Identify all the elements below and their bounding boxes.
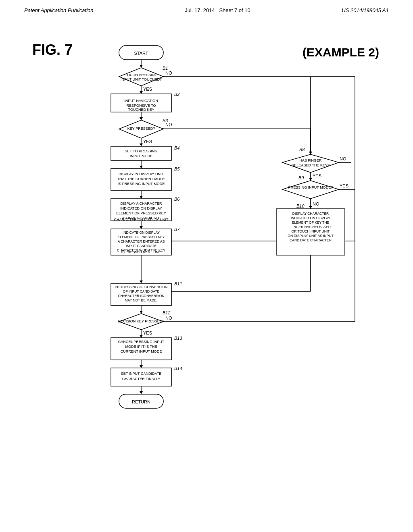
b4-node: SET TO PRESSING xyxy=(125,149,157,153)
b8-node: HAS FINGER xyxy=(299,158,322,162)
b12-node: DECISION KEY PRESSED? xyxy=(118,319,164,323)
svg-marker-31 xyxy=(309,178,312,181)
svg-text:INDICATED ON DISPLAY: INDICATED ON DISPLAY xyxy=(291,216,330,220)
svg-text:TOUCHED KEY: TOUCHED KEY xyxy=(128,108,154,112)
yes-b9: YES xyxy=(340,183,348,188)
svg-text:RESPONSIVE TO: RESPONSIVE TO xyxy=(126,104,156,108)
label-b1: B1 xyxy=(163,66,168,71)
svg-text:RELEASED THE KEY?: RELEASED THE KEY? xyxy=(292,163,330,167)
label-b8: B8 xyxy=(299,147,305,152)
label-b12: B12 xyxy=(163,310,171,315)
label-b14: B14 xyxy=(174,366,182,371)
svg-marker-19 xyxy=(140,335,143,338)
b3-node: KEY PRESSED? xyxy=(127,127,155,131)
svg-text:IS PRESSING INPUT MODE: IS PRESSING INPUT MODE xyxy=(118,182,165,186)
svg-marker-11 xyxy=(140,196,143,199)
label-b4: B4 xyxy=(174,145,179,150)
b1-node2: INPUT UNIT TOUCHED? xyxy=(121,77,162,81)
no-b8: NO xyxy=(340,156,346,161)
label-b10: B10 xyxy=(296,204,305,208)
label-b2: B2 xyxy=(174,92,179,97)
diagram-area: FIG. 7 (EXAMPLE 2) YES YES xyxy=(32,42,379,486)
svg-marker-17 xyxy=(140,311,143,314)
no-b12: NO xyxy=(165,316,172,320)
svg-rect-50 xyxy=(111,146,171,160)
svg-text:FINGER HAS RELEASED: FINGER HAS RELEASED xyxy=(290,225,331,229)
svg-text:ELEMENT OF PRESSED KEY: ELEMENT OF PRESSED KEY xyxy=(116,211,166,215)
b14-node: SET INPUT CANDIDATE xyxy=(121,372,162,376)
svg-text:ELEMENT OF PRESSED KEY: ELEMENT OF PRESSED KEY xyxy=(118,235,165,239)
svg-text:CANDIDATE CHARACTER: CANDIDATE CHARACTER xyxy=(290,238,332,242)
svg-marker-1 xyxy=(140,65,143,68)
header-patent-number: US 2014/198045 A1 xyxy=(342,7,389,13)
yes-b12: YES xyxy=(143,330,152,335)
b6-node: DISPLAY A CHARACTER xyxy=(120,202,162,206)
svg-text:MODE IF IT IS THE: MODE IF IT IS THE xyxy=(125,345,157,349)
svg-text:CHARACTER (CONVERSION: CHARACTER (CONVERSION xyxy=(118,294,164,298)
label-b7: B7 xyxy=(174,227,180,232)
no-b9: NO xyxy=(313,202,319,206)
svg-marker-3 xyxy=(140,91,143,94)
page-header: Patent Application Publication Jul. 17, … xyxy=(0,0,413,17)
svg-text:CHARACTER FINALLY: CHARACTER FINALLY xyxy=(122,377,160,381)
b2-node: INPUT NAVIGATION xyxy=(124,99,158,103)
label-b6: B6 xyxy=(174,197,180,202)
svg-text:OR TOUCH INPUT UNIT: OR TOUCH INPUT UNIT xyxy=(292,229,330,233)
svg-text:THAT THE CURRENT MODE: THAT THE CURRENT MODE xyxy=(117,177,165,181)
svg-marker-5 xyxy=(140,117,143,120)
svg-text:CHARACTER ON DISPLAY UNIT: CHARACTER ON DISPLAY UNIT xyxy=(114,218,169,222)
svg-text:CURRENT INPUT MODE: CURRENT INPUT MODE xyxy=(121,349,162,353)
svg-text:ELEMENT OF KEY THE: ELEMENT OF KEY THE xyxy=(292,220,330,224)
b5-node: DISPLAY IN DISPLAY UNIT xyxy=(119,172,164,176)
svg-text:ON DISPLAY UNIT AS INPUT: ON DISPLAY UNIT AS INPUT xyxy=(288,234,333,238)
yes-b3: YES xyxy=(143,139,152,144)
b1-node: TOUCH PRESSING xyxy=(125,73,158,77)
svg-marker-9 xyxy=(140,166,143,168)
svg-marker-13 xyxy=(140,226,143,229)
b13-node: CANCEL PRESSING INPUT xyxy=(118,340,165,344)
svg-marker-21 xyxy=(140,365,143,368)
label-b9: B9 xyxy=(298,175,304,180)
flowchart-svg: YES YES YES xyxy=(48,42,363,485)
label-b5: B5 xyxy=(174,166,180,171)
svg-marker-15 xyxy=(140,281,143,283)
b7-node: INDICATE ON DISPLAY xyxy=(123,231,160,235)
svg-text:INPUT CANDIDATE: INPUT CANDIDATE xyxy=(126,244,157,248)
label-b11: B11 xyxy=(174,281,182,286)
label-b13: B13 xyxy=(174,336,182,341)
svg-text:INPUT MODE: INPUT MODE xyxy=(130,154,152,158)
yes-b1: YES xyxy=(143,87,152,91)
no-b1: NO xyxy=(165,71,172,75)
svg-text:A CHARACTER ENTERED AS: A CHARACTER ENTERED AS xyxy=(118,239,165,243)
svg-text:MAY NOT BE MADE): MAY NOT BE MADE) xyxy=(125,298,157,302)
yes-b8: YES xyxy=(313,173,321,178)
svg-marker-33 xyxy=(309,206,312,209)
svg-marker-23 xyxy=(140,391,143,394)
flowchart: YES YES YES xyxy=(48,42,363,486)
label-b3: B3 xyxy=(163,118,168,123)
svg-marker-7 xyxy=(140,143,143,146)
return-node: RETURN xyxy=(132,399,150,404)
b11-node: PROCESSING OF CONVERSION xyxy=(115,285,167,289)
header-publication: Patent Application Publication xyxy=(24,7,94,13)
svg-marker-68 xyxy=(282,181,339,199)
b9-node: PRESSING INPUT MODE? xyxy=(288,185,333,189)
header-date-sheet: Jul. 17, 2014 Sheet 7 of 10 xyxy=(185,7,250,13)
svg-text:INDICATED ON DISPLAY: INDICATED ON DISPLAY xyxy=(120,206,162,210)
svg-text:OF INPUT CANDIDATE: OF INPUT CANDIDATE xyxy=(123,289,160,293)
svg-text:IS PRESSED NEXT TIME: IS PRESSED NEXT TIME xyxy=(121,250,161,254)
start-node: START xyxy=(134,51,148,56)
b10-node: DISPLAY CHARACTER xyxy=(292,212,329,216)
